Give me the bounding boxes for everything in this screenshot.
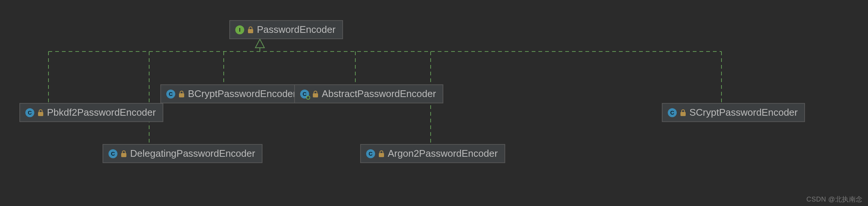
class-icon: C bbox=[366, 149, 375, 158]
node-label: DelegatingPasswordEncoder bbox=[130, 148, 255, 159]
lock-icon bbox=[38, 109, 43, 116]
class-icon: C bbox=[108, 149, 117, 158]
node-argon2[interactable]: C Argon2PasswordEncoder bbox=[360, 144, 505, 163]
lock-icon bbox=[313, 91, 318, 97]
lock-icon bbox=[248, 26, 253, 33]
node-label: AbstractPasswordEncoder bbox=[322, 88, 436, 100]
node-label: SCryptPasswordEncoder bbox=[689, 107, 798, 118]
lock-icon bbox=[179, 91, 184, 97]
node-abstract[interactable]: C AbstractPasswordEncoder bbox=[294, 84, 443, 103]
node-pbkdf2[interactable]: C Pbkdf2PasswordEncoder bbox=[19, 103, 163, 122]
class-icon: C bbox=[668, 108, 677, 117]
lock-icon bbox=[680, 109, 686, 116]
interface-icon: I bbox=[235, 25, 244, 34]
node-scrypt[interactable]: C SCryptPasswordEncoder bbox=[662, 103, 805, 122]
class-icon: C bbox=[25, 108, 34, 117]
lock-icon bbox=[121, 150, 126, 157]
abstract-class-icon: C bbox=[300, 90, 309, 99]
node-label: PasswordEncoder bbox=[257, 24, 336, 35]
node-label: Pbkdf2PasswordEncoder bbox=[47, 107, 156, 118]
node-label: Argon2PasswordEncoder bbox=[388, 148, 498, 159]
node-delegating[interactable]: C DelegatingPasswordEncoder bbox=[103, 144, 262, 163]
watermark-text: CSDN @北执南念 bbox=[806, 195, 863, 204]
node-passwordencoder[interactable]: I PasswordEncoder bbox=[229, 20, 343, 39]
class-icon: C bbox=[166, 90, 175, 99]
node-label: BCryptPasswordEncoder bbox=[188, 88, 296, 100]
lock-icon bbox=[379, 150, 384, 157]
node-bcrypt[interactable]: C BCryptPasswordEncoder bbox=[160, 84, 304, 103]
